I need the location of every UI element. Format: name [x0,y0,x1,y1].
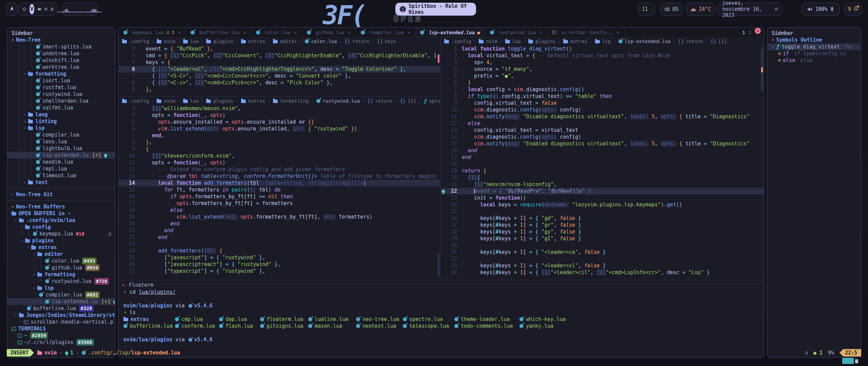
tree-item-isort.lua[interactable]: │ │ │ isort.lua [7,77,115,84]
tab-compiler.lua[interactable]: compiler.lua× [356,28,416,37]
editor-lsp-extended-lua[interactable]: .config›nvim›lua›plugins›extras›lsp›lsp-… [441,37,764,280]
code-line-20[interactable]: 20 [1]{ [441,174,764,181]
expander-icon[interactable]: ▾ [12,203,14,210]
code-line-6[interactable]: 6 } [441,79,764,86]
breadcrumb-segment[interactable]: extras [241,39,265,44]
breadcrumb-segment[interactable]: lsp [595,39,611,44]
code-line-17[interactable]: 17 opts.formatters_by_ft[ft] = formatter… [119,200,440,207]
editor-rustywind-code[interactable]: 3 [1]"williamboman/mason.nvim",4 opts = … [119,105,440,274]
section-terminals[interactable]: TERMINALS [7,325,115,332]
code-line-10[interactable]: 10 vim.diagnostic.config(opts: config) [441,106,764,113]
tree-item-repl.lua[interactable]: │ │ │ repl.lua [7,165,115,172]
statusline-cwd[interactable]: nvim [44,350,57,356]
breadcrumb-segment[interactable]: color.lua [305,39,337,44]
breadcrumb-segment[interactable]: .config [444,39,471,44]
tree-item-lang[interactable]: │ ▸lang [7,111,115,118]
tree-item-open-buffers-in--[interactable]: OPEN BUFFERS in ~ [7,210,115,217]
code-line-12[interactable]: 12 else [441,120,764,127]
code-line-21[interactable]: 21 [1]"neovim/nvim-lspconfig", [441,181,764,188]
code-line-5[interactable]: 5 prefix = "●", [441,73,764,79]
tab-close-icon[interactable]: × [178,30,181,35]
breadcrumb-segment[interactable]: .config [122,98,149,104]
code-line-25[interactable]: 25 ["javascript"] = { "rustywind" }, [119,254,440,261]
code-line-3[interactable]: 3 event = { "BufRead" }, [119,45,440,52]
code-line-29[interactable]: 29 keys[#keys + 1] = { "gI", false } [441,235,764,242]
tab-bufferline.lua[interactable]: bufferline.lua× [186,28,251,37]
code-line-3[interactable]: 3 [1]"williamboman/mason.nvim", [119,105,440,112]
editor-color-lua[interactable]: .config›nvim›lua›plugins›extras›editor›c… [119,37,440,97]
section-neo-tree-buffers[interactable]: ▾Neo-Tree Buffers [7,203,115,210]
tree-item-config[interactable]: ▾config [7,224,115,230]
breadcrumb-segment[interactable]: opts [424,98,440,104]
keyboard-layout-widget[interactable]: US [660,3,683,16]
editor-lsp-code[interactable]: 1local function toggle_diag_virtext()2 l… [441,45,764,276]
tab-page-current[interactable]: 1 [742,30,745,35]
breadcrumb-segment[interactable]: nvim [479,39,497,44]
breadcrumb-segment[interactable]: plugins [528,39,555,44]
code-line-22[interactable]: 22 event = { "BufReadPre", "BufNewFile" … [441,188,764,195]
tree-item-github.lua[interactable]: │ └ github.lua#654 [7,264,115,271]
tab-close-icon[interactable]: × [616,30,619,35]
close-all-button[interactable]: × [755,28,761,34]
code-line-22[interactable]: 22 end [119,234,440,241]
floaterm-section[interactable]: ▾ Floaterm › cd lua/plugins/nvim/lua/plu… [119,280,764,348]
expander-icon[interactable]: ▾ [24,70,26,77]
code-line-26[interactable]: 26 ["javascriptreact"] = { "rustywind" }… [119,261,440,268]
tree-item-lsp-extended.lu[interactable]: │ │ │ lsp-extended.lu [+] [7,152,115,159]
tree-item-else[interactable]: else else [768,57,861,64]
code-line-16[interactable]: 16 end [441,147,764,154]
expander-icon[interactable]: ▸ [24,111,26,118]
tree-item-if[interactable]: if if type(config.vi [768,50,861,57]
tree-item-lightbulb.lua[interactable]: │ │ │ lightbulb.lua [7,145,115,152]
code-line-31[interactable]: 31 keys[#keys + 1] = { "<leader>ca", fal… [441,249,764,256]
code-line-12[interactable]: 12 --- Extend the conform plugin config … [119,166,440,173]
tree-item-plugins[interactable]: ▾plugins [7,237,115,244]
code-line-21[interactable]: 21 end [119,227,440,234]
tree-item-toggle-diag-virtext[interactable]: ▾toggle_diag_virtext fu [768,43,861,50]
notifications-widget[interactable]: 9 [844,3,862,16]
code-line-24[interactable]: 24 local keys = require(modname: "lazyvi… [441,201,764,208]
now-playing-widget[interactable]: Spiritbox - Rule Of Nines [395,3,476,16]
code-line-5[interactable]: 5 keys = { [119,59,440,66]
tree-item-keymaps.lua[interactable]: │ └ keymaps.lua#10⚠ [7,230,115,237]
breadcrumb-segment[interactable]: lua [183,39,199,44]
code-line-8[interactable]: 8 }, [119,139,440,146]
tab-close-icon[interactable]: × [408,30,410,35]
tab-page-other[interactable]: 2 [749,30,751,35]
code-line-28[interactable]: 28 keys[#keys + 1] = { "gy", false } [441,228,764,235]
tab-rustywind.lua[interactable]: rustywind.lua× [485,28,548,37]
code-line-26[interactable]: 26 keys[#keys + 1] = { "gd", false } [441,215,764,222]
code-line-5[interactable]: 5 opts.ensure_installed = opts.ensure_in… [119,119,440,125]
tree-item-linting[interactable]: │ ▸linting [7,118,115,125]
tree-item-test[interactable]: │ ▸test [7,179,115,186]
tree-item-lens.lua[interactable]: │ │ │ lens.lua [7,138,115,145]
tab-color.lua[interactable]: color.lua× [251,28,302,37]
editor-color-code[interactable]: 3 event = { "BufRead" },4 cmd = { [1]"Cc… [119,45,440,93]
code-line-24[interactable]: 24 add_formatters(tbl: { [119,247,440,254]
tree-item-lsp[interactable]: │ ▾lsp [7,125,115,131]
tree-item-smart-splits.lua[interactable]: │ │ │ smart-splits.lua [7,43,115,50]
expander-icon[interactable]: ▾ [15,312,17,319]
expander-icon[interactable]: ▾ [772,37,774,43]
floaterm-expander-icon[interactable]: ▾ [122,283,124,287]
tree-item-compiler.lua[interactable]: │ │ │ compiler.lua [7,131,115,138]
tree-item-undotree.lua[interactable]: │ │ │ undotree.lua [7,50,115,57]
copy-icon[interactable] [44,7,47,12]
code-line-27[interactable]: 27 ["typescript"] = { "rustywind" }, [119,268,440,274]
tree-item-lsp[interactable]: ▾lsp [7,285,115,291]
tree-item-sqlfmt.lua[interactable]: │ │ └ sqlfmt.lua [7,104,115,111]
code-line-23[interactable]: 23 init = function() [441,195,764,201]
tab-github.lua[interactable]: github.lua× [302,28,356,37]
expander-icon[interactable]: ▾ [33,285,35,291]
expander-icon[interactable]: ▾ [15,217,17,224]
code-line-11[interactable]: 11 vim.notify(msg: "Disable diagnostics … [441,113,764,120]
code-line-32[interactable]: 32 [441,256,764,262]
breadcrumb-segment[interactable]: .config [122,39,149,44]
code-line-14[interactable]: 14 vim.diagnostic.config(opts: config) [441,134,764,140]
expander-icon[interactable]: ▾ [12,37,14,43]
breadcrumb-segment[interactable]: formatting [273,98,309,104]
code-line-20[interactable]: 20 end [119,220,440,227]
code-line-25[interactable]: 25 [441,208,764,215]
tree-item-rustywind.lua[interactable]: │ └ rustywind.lua#726 [7,278,115,285]
tab-close-icon[interactable]: × [243,30,246,35]
